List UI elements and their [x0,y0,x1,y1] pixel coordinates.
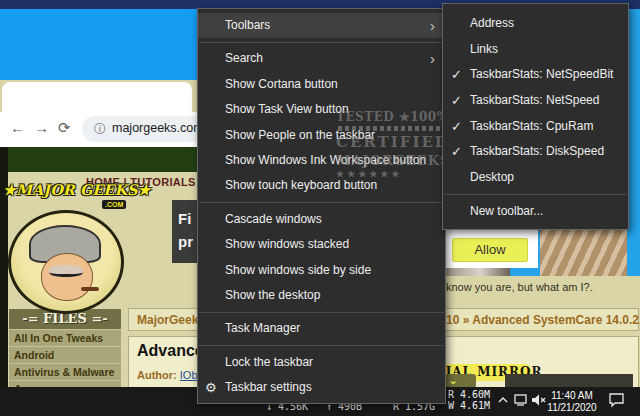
logo-com-tag: .COM [102,200,126,209]
logo-wordmark: ★MAJOR GEEKS★ [3,181,150,198]
menu-separator [199,42,444,43]
menu-item-show-windows-stacked[interactable]: Show windows stacked [198,232,445,257]
menu-item-search[interactable]: Search › [198,46,445,71]
menu-item-toolbars[interactable]: Toolbars › [198,13,445,38]
menu-item-show-windows-side[interactable]: Show windows side by side [198,258,445,283]
site-tagline: know you are, but what am I?. [446,281,593,293]
sidebar-item-antivirus-malware[interactable]: Antivirus & Malware [9,363,121,380]
mascot-face [41,253,93,301]
breadcrumb-right-fragment[interactable]: 10 » Advanced SystemCare 14.0.2.1 [446,313,640,327]
taskbar-context-menu: Toolbars › Search › Show Cortana button … [197,8,446,404]
allow-button[interactable]: Allow [452,238,528,262]
menu-item-show-desktop[interactable]: Show the desktop [198,283,445,308]
menu-item-lock-taskbar[interactable]: Lock the taskbar [198,350,445,375]
check-icon: ✓ [451,88,462,114]
menu-separator [199,312,444,313]
action-center-icon[interactable] [608,392,625,412]
disk-write-value: W 4.61M [448,400,490,411]
logo-mascot-circle [8,210,124,314]
check-icon: ✓ [451,139,462,165]
menu-item-show-ink-workspace[interactable]: Show Windows Ink Workspace button [198,148,445,173]
submenu-item-netspeed[interactable]: ✓ TaskbarStats: NetSpeed [443,88,628,114]
gear-icon: ⚙ [205,375,217,400]
submenu-item-cpuram[interactable]: ✓ TaskbarStats: CpuRam [443,114,628,140]
site-info-icon[interactable]: ⓘ [94,121,106,138]
submenu-item-desktop[interactable]: Desktop [443,165,628,191]
menu-separator [199,202,444,203]
disk-read-value: R 4.60M [448,389,490,400]
sidebar-item-all-in-one-tweaks[interactable]: All In One Tweaks [9,329,121,346]
check-icon: ✓ [451,114,462,140]
screenshot-root: Download Advanced SystemCare × ← → ⟳ ⓘ m… [0,0,640,416]
download-dark-button[interactable] [505,374,633,388]
clock-date: 11/21/2020 [544,402,600,414]
chevron-right-icon: › [430,46,435,71]
forward-icon[interactable]: → [34,119,49,136]
author-line: Author: IObit [137,369,203,381]
menu-item-show-people[interactable]: Show People on the taskbar [198,123,445,148]
menu-item-show-cortana[interactable]: Show Cortana button [198,72,445,97]
clock-time: 11:40 AM [544,390,600,402]
taskbar-disk-speed: R 4.60M W 4.61M [448,389,490,411]
menu-separator [199,345,444,346]
author-label: Author: [137,369,177,381]
menu-item-cascade-windows[interactable]: Cascade windows [198,207,445,232]
submenu-item-netspeedbit[interactable]: ✓ TaskbarStats: NetSpeedBit [443,62,628,88]
menu-separator [444,194,627,195]
mascot-cigar [81,287,99,291]
submenu-item-diskspeed[interactable]: ✓ TaskbarStats: DiskSpeed [443,139,628,165]
tray-chevron-up-icon[interactable] [497,393,509,411]
network-icon[interactable] [514,393,529,411]
check-icon: ✓ [451,62,462,88]
browser-tab[interactable]: Download Advanced SystemCare × [2,82,192,112]
submenu-item-new-toolbar[interactable]: New toolbar... [443,199,628,225]
submenu-item-address[interactable]: Address [443,11,628,37]
menu-item-task-manager[interactable]: Task Manager [198,316,445,341]
sidebar-item-android[interactable]: Android [9,346,121,363]
chevron-right-icon: › [430,13,435,38]
mascot-glasses [49,265,83,277]
submenu-item-links[interactable]: Links [443,37,628,63]
majorgeeks-logo[interactable]: ★MAJOR GEEKS★ .COM [0,178,145,310]
back-icon[interactable]: ← [10,119,25,136]
clock[interactable]: 11:40 AM 11/21/2020 [544,390,600,413]
ad-photo-person [436,268,510,276]
breadcrumb-left-fragment[interactable]: MajorGeek [137,313,198,327]
menu-item-show-touch-keyboard[interactable]: Show touch keyboard button [198,173,445,198]
menu-item-show-task-view[interactable]: Show Task View button [198,97,445,122]
menu-item-taskbar-settings[interactable]: ⚙ Taskbar settings [198,375,445,400]
reload-icon[interactable]: ⟳ [58,119,71,137]
toolbars-submenu: Address Links ✓ TaskbarStats: NetSpeedBi… [442,3,629,230]
